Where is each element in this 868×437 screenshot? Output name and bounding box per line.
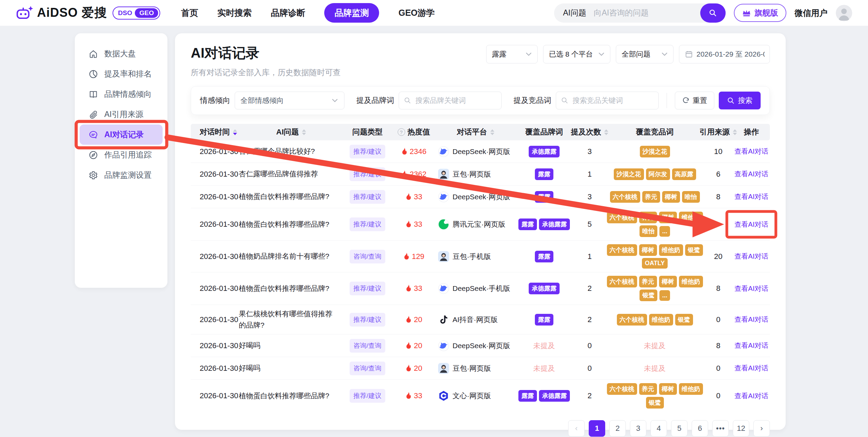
column-header-6[interactable]: 提及次数 [573,127,606,137]
sidebar-item-0[interactable]: 数据大盘 [80,44,163,64]
pagination-page[interactable]: 12 [733,420,749,437]
sort-icon[interactable] [233,129,237,135]
nav-item-0[interactable]: 首页 [181,7,198,19]
type-badge: 推荐/建议 [350,145,385,158]
competitor-badge: 椰树 [659,212,677,223]
column-header-8[interactable]: 引用来源 [704,127,733,137]
type-badge: 推荐/建议 [350,190,385,204]
cell-brands: 承德露露 [515,283,573,294]
top-filter-select-1[interactable]: 已选 8 个平台 [543,45,610,63]
ai-search-button[interactable] [700,3,726,23]
column-header-4[interactable]: 对话平台 [436,127,515,137]
view-ai-dialog-link[interactable]: 查看AI对话 [735,284,769,293]
sentiment-select[interactable]: 全部情感倾向 [235,92,344,109]
cell-action: 查看AI对话 [733,169,770,179]
cell-platform: DeepSeek·网页版 [436,340,515,351]
pagination-page[interactable]: 4 [650,420,667,437]
pagination-page[interactable]: 6 [692,420,708,437]
type-badge: 咨询/查询 [350,339,385,353]
pagination-page[interactable]: 3 [630,420,646,437]
competitor-badge: 养元 [639,276,657,287]
crown-icon [742,9,751,17]
view-ai-dialog-link[interactable]: 查看AI对话 [735,192,769,201]
cell-question: 杏仁露哪些品牌值得推荐 [239,168,343,180]
pagination-page[interactable]: 2 [609,420,626,437]
view-ai-dialog-link[interactable]: 查看AI对话 [735,364,769,373]
table-body: 2026-01-30杏仁露哪个品牌比较好?推荐/建议2346DeepSeek·网… [191,140,770,412]
view-ai-dialog-link[interactable]: 查看AI对话 [735,147,769,156]
pagination-ellipsis[interactable]: ••• [712,420,729,437]
view-ai-dialog-link[interactable]: 查看AI对话 [735,252,769,261]
sidebar-item-4[interactable]: AI对话记录 [80,125,163,145]
cell-sources: 8 [704,284,733,293]
cell-platform: 豆包·手机版 [436,251,515,262]
reset-button[interactable]: 重置 [675,92,714,109]
search-label: 搜索 [738,96,752,105]
sidebar-item-3[interactable]: AI引用来源 [80,104,163,125]
view-ai-dialog-link[interactable]: 查看AI对话 [735,315,769,324]
competitor-keyword-input[interactable] [572,96,654,105]
column-header-0[interactable]: 对话时间 [191,127,239,137]
sentiment-value: 全部情感倾向 [241,96,284,105]
nav-item-3[interactable]: 品牌监测 [324,3,379,23]
brand-badge: 承德露露 [539,390,570,402]
cell-date: 2026-01-30 [191,315,239,324]
search-icon [727,97,735,105]
pagination-page[interactable]: 1 [589,420,605,437]
competitor-badge: 养元 [639,212,657,223]
cell-question-type: 推荐/建议 [343,167,391,181]
flame-icon [405,220,412,228]
dso-geo-badge: DSO GEO [113,7,160,20]
view-ai-dialog-link[interactable]: 查看AI对话 [735,341,769,350]
competitor-badge: 沙漠之花 [614,168,644,180]
nav-item-2[interactable]: 品牌诊断 [271,7,305,19]
nav-item-1[interactable]: 实时搜索 [217,7,251,19]
brand-keyword-input[interactable] [415,96,496,105]
pagination-prev[interactable]: ‹ [568,420,585,437]
cell-mentions: 2 [573,315,606,324]
top-filter-select-0[interactable]: 露露 [486,45,538,63]
geo-label: GEO [135,8,158,18]
column-header-1[interactable]: AI问题 [239,127,343,137]
competitor-badge: 维他奶 [679,276,703,287]
cell-mentions: 1 [573,252,606,261]
cell-question: 植物奶品牌排名前十有哪些? [239,251,343,262]
sidebar-item-6[interactable]: 品牌监测设置 [80,165,163,185]
cell-question-type: 推荐/建议 [343,190,391,204]
table-row: 2026-01-30好喝吗咨询/查询20DeepSeek·网页版未提及0未提及8… [191,334,770,357]
view-ai-dialog-link[interactable]: 查看AI对话 [735,391,769,401]
search-button[interactable]: 搜索 [719,92,761,109]
ai-question-search[interactable]: AI问题 向AI咨询的问题 [554,3,726,23]
view-ai-dialog-link[interactable]: 查看AI对话 [735,169,769,179]
sidebar-item-1[interactable]: 提及率和排名 [80,64,163,84]
competitor-badge: 椰树 [662,191,680,203]
pagination-next[interactable]: › [753,420,770,437]
view-ai-dialog-link[interactable]: 查看AI对话 [735,220,769,229]
column-header-7: 覆盖竞品词 [606,127,704,137]
vip-badge-button[interactable]: 旗舰版 [734,4,786,22]
pagination-page[interactable]: 5 [671,420,688,437]
heat-value: 129 [412,252,424,261]
table-row: 2026-01-30果仁核桃饮料有哪些值得推荐的品牌?推荐/建议20AI抖音·网… [191,305,770,334]
cell-competitors: 沙漠之花 [606,146,704,157]
cell-mentions: 0 [573,364,606,373]
competitor-badge: 六个核桃 [610,191,640,203]
yuanbao-logo-icon [438,219,449,230]
deepseek-logo-icon [438,146,449,157]
sort-icon[interactable] [490,129,494,135]
cell-question: 植物蛋白饮料推荐哪些品牌? [239,390,343,402]
sidebar-item-5[interactable]: 作品引用追踪 [80,145,163,165]
date-range-filter[interactable]: 2026-01-29 至 2026-01-30 [679,45,770,63]
avatar[interactable] [836,5,852,21]
competitor-badge: 椰树 [639,244,657,256]
cell-platform: AI抖音·网页版 [436,314,515,325]
wenxin-logo-icon [438,390,449,401]
sort-icon[interactable] [302,129,306,135]
cell-competitors: 六个核桃椰树维他奶银鹭OATLY [606,244,704,269]
cell-date: 2026-01-30 [191,341,239,350]
sidebar-item-2[interactable]: 品牌情感倾向 [80,84,163,104]
platform-name: DeepSeek·手机版 [453,284,510,293]
ai-search-label: AI问题 [563,8,586,18]
nav-item-4[interactable]: GEO游学 [398,7,435,19]
top-filter-select-2[interactable]: 全部问题 [616,45,673,63]
